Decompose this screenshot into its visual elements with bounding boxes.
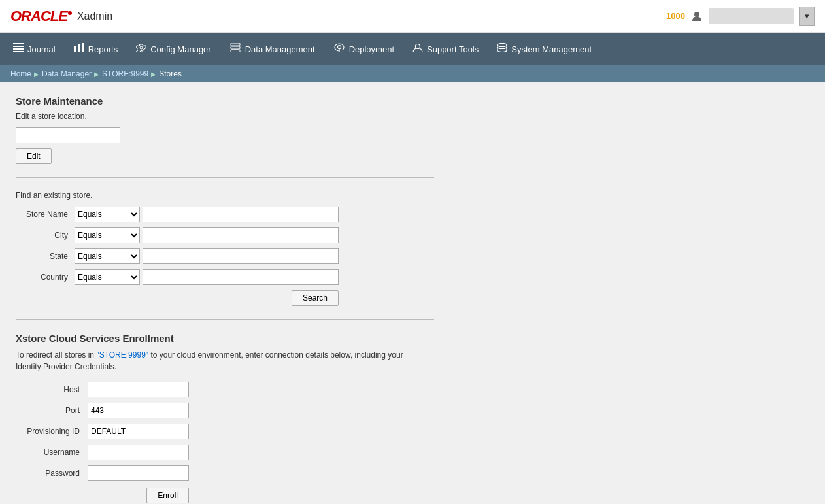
breadcrumb-sep-1: ▶ xyxy=(34,71,39,78)
breadcrumb-home[interactable]: Home xyxy=(10,69,31,78)
support-tools-label: Support Tools xyxy=(427,44,479,54)
city-select[interactable]: Equals xyxy=(75,227,140,243)
svg-rect-4 xyxy=(13,51,24,52)
breadcrumb-sep-3: ▶ xyxy=(151,71,156,78)
svg-rect-1 xyxy=(13,43,24,44)
sidebar-item-journal[interactable]: Journal xyxy=(5,38,63,60)
svg-point-8 xyxy=(140,46,143,49)
sidebar-item-config-manager[interactable]: Config Manager xyxy=(128,38,219,60)
deployment-label: Deployment xyxy=(349,44,394,54)
city-input[interactable] xyxy=(143,227,339,243)
port-input[interactable] xyxy=(88,403,189,418)
svg-rect-9 xyxy=(231,43,240,46)
port-row: Port xyxy=(16,403,809,418)
state-select[interactable]: Equals xyxy=(75,248,140,264)
password-row: Password xyxy=(16,465,809,481)
svg-point-12 xyxy=(337,46,341,49)
host-input[interactable] xyxy=(88,382,189,397)
host-label: Host xyxy=(16,385,88,394)
user-icon xyxy=(690,10,703,23)
store-name-input[interactable] xyxy=(143,207,339,222)
enrollment-section: Xstore Cloud Services Enrollment To redi… xyxy=(16,333,809,503)
store-id-input[interactable] xyxy=(16,127,120,143)
svg-point-14 xyxy=(497,44,507,47)
journal-label: Journal xyxy=(27,44,56,54)
store-maintenance-title: Store Maintenance xyxy=(16,95,809,107)
oracle-logo: ORACLE xyxy=(10,8,72,25)
provisioning-id-input[interactable] xyxy=(88,424,189,439)
country-row: Country Equals xyxy=(16,269,809,285)
svg-rect-11 xyxy=(231,50,240,52)
svg-rect-5 xyxy=(74,46,76,52)
system-mgmt-label: System Management xyxy=(511,44,592,54)
sidebar-item-system-management[interactable]: System Management xyxy=(489,38,599,60)
config-icon xyxy=(136,43,146,55)
city-row: City Equals xyxy=(16,227,809,243)
reports-icon xyxy=(74,43,84,55)
state-label: State xyxy=(16,252,75,261)
chevron-down-icon: ▾ xyxy=(805,11,809,21)
breadcrumb-sep-2: ▶ xyxy=(94,71,99,78)
city-label: City xyxy=(16,231,75,240)
breadcrumb-data-manager[interactable]: Data Manager xyxy=(42,69,92,78)
config-label: Config Manager xyxy=(150,44,211,54)
port-label: Port xyxy=(16,406,88,415)
breadcrumb: Home ▶ Data Manager ▶ STORE:9999 ▶ Store… xyxy=(0,65,825,82)
sidebar-item-data-management[interactable]: Data Management xyxy=(222,38,323,60)
sidebar-item-support-tools[interactable]: Support Tools xyxy=(405,38,486,60)
navbar: Journal Reports Config Manager xyxy=(0,33,825,65)
store-name-row: Store Name Equals xyxy=(16,207,809,222)
state-input[interactable] xyxy=(143,248,339,264)
section-divider-1 xyxy=(16,177,434,178)
state-row: State Equals xyxy=(16,248,809,264)
section-divider-2 xyxy=(16,319,434,320)
search-row: Search xyxy=(16,290,339,306)
enroll-row-submit: Enroll xyxy=(16,488,189,503)
reports-label: Reports xyxy=(88,44,118,54)
provisioning-id-row: Provisioning ID xyxy=(16,424,809,439)
country-label: Country xyxy=(16,273,75,282)
edit-section: Store Maintenance Edit a store location.… xyxy=(16,95,809,164)
breadcrumb-current: Stores xyxy=(159,69,182,78)
password-label: Password xyxy=(16,469,88,478)
host-row: Host xyxy=(16,382,809,397)
store-name-select[interactable]: Equals xyxy=(75,207,140,222)
user-search-input[interactable] xyxy=(709,8,794,24)
data-mgmt-label: Data Management xyxy=(245,44,315,54)
country-select[interactable]: Equals xyxy=(75,269,140,285)
edit-desc: Edit a store location. xyxy=(16,112,809,121)
sidebar-item-reports[interactable]: Reports xyxy=(66,38,126,60)
username-row: Username xyxy=(16,445,809,460)
username-label: Username xyxy=(16,448,88,457)
svg-rect-7 xyxy=(82,43,84,52)
enrollment-title: Xstore Cloud Services Enrollment xyxy=(16,333,809,344)
store-name-label: Store Name xyxy=(16,210,75,219)
country-input[interactable] xyxy=(143,269,339,285)
svg-rect-10 xyxy=(231,46,240,49)
journal-icon xyxy=(13,43,24,55)
svg-rect-6 xyxy=(78,44,80,52)
search-button[interactable]: Search xyxy=(292,290,339,306)
svg-rect-2 xyxy=(13,46,24,47)
enrollment-store-ref: "STORE:9999" xyxy=(96,350,148,360)
deployment-icon xyxy=(333,43,345,55)
header: ORACLE Xadmin 1000 ▾ xyxy=(0,0,825,33)
svg-point-0 xyxy=(694,12,699,17)
enrollment-desc: To redirect all stores in "STORE:9999" t… xyxy=(16,349,421,373)
breadcrumb-store[interactable]: STORE:9999 xyxy=(102,69,148,78)
enroll-button[interactable]: Enroll xyxy=(146,488,189,503)
header-right: 1000 ▾ xyxy=(666,7,815,26)
username-input[interactable] xyxy=(88,445,189,460)
edit-button[interactable]: Edit xyxy=(16,148,52,164)
sidebar-item-deployment[interactable]: Deployment xyxy=(326,38,402,60)
provisioning-id-label: Provisioning ID xyxy=(16,427,88,436)
user-id: 1000 xyxy=(666,11,685,21)
system-mgmt-icon xyxy=(497,43,507,55)
header-dropdown-button[interactable]: ▾ xyxy=(799,7,815,26)
xadmin-logo: Xadmin xyxy=(77,10,112,22)
find-section: Find an existing store. Store Name Equal… xyxy=(16,191,809,306)
main-content: Store Maintenance Edit a store location.… xyxy=(0,82,825,504)
password-input[interactable] xyxy=(88,465,189,481)
data-mgmt-icon xyxy=(229,43,241,55)
find-desc: Find an existing store. xyxy=(16,191,809,200)
